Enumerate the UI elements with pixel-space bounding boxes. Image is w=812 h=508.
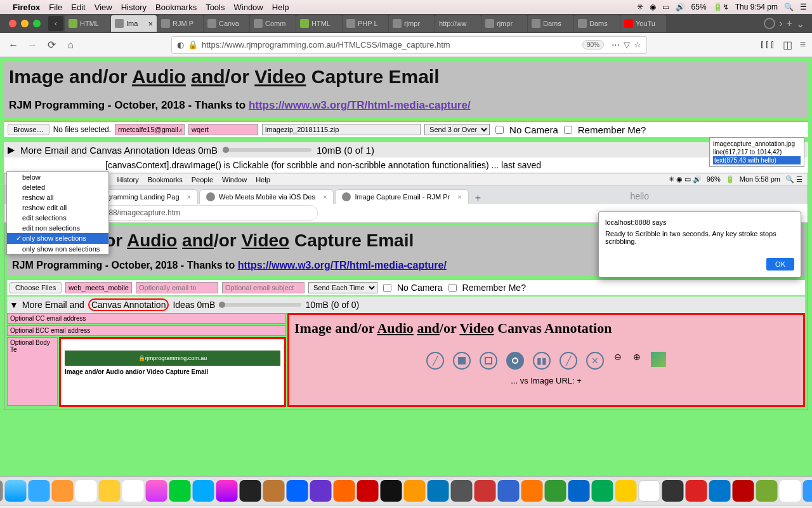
- collapse-icon[interactable]: ▼: [10, 300, 18, 310]
- embed-new-tab[interactable]: +: [475, 192, 481, 204]
- menu-edit[interactable]: Edit: [71, 3, 85, 12]
- no-camera-checkbox[interactable]: [495, 126, 504, 134]
- back-button[interactable]: ←: [6, 38, 20, 52]
- spotlight-icon[interactable]: 🔍: [784, 3, 794, 11]
- dock-vscode[interactable]: [709, 480, 731, 502]
- new-tab-button[interactable]: +: [787, 18, 792, 30]
- dock-mail[interactable]: [29, 480, 50, 502]
- menu-view[interactable]: View: [95, 3, 112, 12]
- menu-file[interactable]: File: [49, 3, 62, 12]
- dock-appstore[interactable]: [193, 480, 214, 502]
- google-icon[interactable]: [764, 18, 775, 29]
- dock-notes[interactable]: [99, 480, 121, 502]
- embed-link[interactable]: https://www.w3.org/TR/html-media-capture…: [238, 260, 447, 271]
- send-select[interactable]: Send 3 or Over: [424, 124, 490, 135]
- dock-acrobat[interactable]: [733, 480, 754, 502]
- tab-scroll-right[interactable]: ›: [779, 18, 782, 30]
- zoom-window[interactable]: [33, 20, 41, 27]
- dock-app3[interactable]: [310, 480, 332, 502]
- tab-scroll-left[interactable]: ‹: [48, 16, 63, 31]
- ctx-reshow-edit-all[interactable]: reshow edit all: [7, 203, 108, 213]
- image-thumb-icon[interactable]: [651, 352, 666, 367]
- wifi-icon[interactable]: ◉: [650, 3, 656, 11]
- tab-6[interactable]: PHP L: [343, 15, 388, 32]
- app-name[interactable]: Firefox: [13, 3, 40, 12]
- dock-photos[interactable]: [146, 480, 167, 502]
- ctx-deleted[interactable]: deleted: [7, 182, 108, 192]
- embed-email-field[interactable]: [136, 282, 218, 293]
- tool-line-icon[interactable]: ╱: [426, 352, 444, 370]
- tool-pause-icon[interactable]: ▮▮: [533, 352, 551, 370]
- shield-icon[interactable]: ◐: [177, 40, 184, 50]
- tab-1-active[interactable]: Ima×: [111, 15, 157, 32]
- dock-app12[interactable]: [592, 480, 613, 502]
- tool-square-icon[interactable]: [480, 352, 497, 370]
- subject-field[interactable]: [188, 124, 258, 135]
- dock-app7[interactable]: [475, 480, 496, 502]
- tab-8[interactable]: http://ww: [435, 15, 481, 32]
- library-icon[interactable]: ⫿⫿⫿: [760, 39, 775, 51]
- tab-10[interactable]: Dams: [528, 15, 573, 32]
- tab-11[interactable]: Dams: [574, 15, 620, 32]
- dock-app11[interactable]: [568, 480, 590, 502]
- cc-field[interactable]: Optional CC email address: [7, 313, 286, 324]
- expand-icon[interactable]: ▶: [8, 144, 15, 156]
- size-slider[interactable]: [223, 148, 311, 152]
- tool-circle-fill-icon[interactable]: [506, 352, 524, 370]
- ctx-edit-selections[interactable]: edit selections: [7, 213, 108, 223]
- dock-app2[interactable]: [287, 480, 308, 502]
- dock-app8[interactable]: [498, 480, 520, 502]
- volume-icon[interactable]: 🔊: [676, 3, 685, 11]
- email-field[interactable]: [115, 124, 185, 135]
- sidebar-icon[interactable]: ◫: [783, 39, 792, 51]
- tab-0[interactable]: HTML: [65, 15, 110, 32]
- dock-app5[interactable]: [428, 480, 449, 502]
- dock-app16[interactable]: [686, 480, 707, 502]
- media-capture-link[interactable]: https://www.w3.org/TR/html-media-capture…: [249, 99, 471, 111]
- home-button[interactable]: ⌂: [63, 38, 77, 52]
- tool-square-fill-icon[interactable]: [453, 352, 471, 370]
- zoom-badge[interactable]: 90%: [582, 40, 604, 50]
- embed-subj-field[interactable]: [222, 282, 304, 293]
- reload-button[interactable]: ⟳: [44, 38, 58, 52]
- tab-5[interactable]: HTML: [296, 15, 342, 32]
- menu-tools[interactable]: Tools: [206, 3, 225, 12]
- dock-app10[interactable]: [545, 480, 566, 502]
- ctx-reshow-all[interactable]: reshow all: [7, 192, 108, 203]
- tab-9[interactable]: rjmpr: [481, 15, 527, 32]
- minimize-window[interactable]: [21, 20, 29, 27]
- pocket-icon[interactable]: ▽: [624, 40, 630, 50]
- bcc-field[interactable]: Optional BCC email address: [7, 325, 286, 336]
- menu-icon[interactable]: ☰: [800, 3, 807, 11]
- alert-ok-button[interactable]: OK: [766, 258, 794, 271]
- dock-contacts[interactable]: [52, 480, 74, 502]
- close-window[interactable]: [9, 20, 16, 27]
- dock-app4[interactable]: [404, 480, 426, 502]
- page-action-icon[interactable]: ⋯: [612, 40, 620, 50]
- dock-safari[interactable]: [5, 480, 27, 502]
- dock-terminal[interactable]: [381, 480, 402, 502]
- embed-no-camera[interactable]: [383, 284, 391, 292]
- zoom-in-icon[interactable]: ⊕: [632, 352, 642, 362]
- embed-tab-2[interactable]: Image Capture Email - RJM Pr×: [335, 189, 468, 204]
- dock-app15[interactable]: [662, 480, 684, 502]
- zip-field[interactable]: [262, 124, 421, 135]
- close-tab-icon[interactable]: ×: [148, 19, 153, 29]
- bug-icon[interactable]: ✳: [637, 3, 643, 11]
- dock-books[interactable]: [263, 480, 285, 502]
- body-field[interactable]: Optional Body Te: [7, 337, 58, 406]
- remember-checkbox[interactable]: [564, 126, 572, 134]
- dock-app1[interactable]: [240, 480, 261, 502]
- dock-firefox[interactable]: [334, 480, 355, 502]
- tool-cross-icon[interactable]: ✕: [586, 352, 604, 370]
- menu-bookmarks[interactable]: Bookmarks: [155, 3, 197, 12]
- tab-12[interactable]: YouTu: [620, 15, 666, 32]
- embed-tab-1[interactable]: Web Meets Mobile via iOS Des×: [199, 189, 334, 204]
- dock-app14[interactable]: [639, 480, 660, 502]
- clock[interactable]: Thu 9:54 pm: [735, 3, 778, 11]
- dock-calendar[interactable]: [75, 480, 97, 502]
- dock-app9[interactable]: [521, 480, 543, 502]
- choose-files-button[interactable]: Choose Files: [10, 282, 62, 293]
- dock-settings[interactable]: [0, 480, 3, 502]
- zoom-out-icon[interactable]: ⊖: [613, 352, 623, 362]
